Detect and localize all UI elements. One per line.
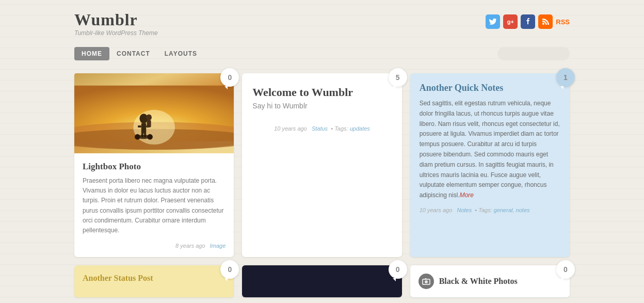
svg-rect-15	[147, 120, 151, 127]
nav-links: HOME CONTACT LAYOUTS	[74, 47, 204, 60]
notes-card-title: Another Quick Notes	[420, 83, 560, 93]
welcome-card-title: Welcome to Wumblr	[252, 86, 391, 99]
comment-count-3[interactable]: 1	[556, 68, 575, 87]
photo-card-inner: Lightbox Photo Praesent porta libero nec…	[74, 153, 234, 257]
photo-image	[74, 73, 234, 153]
svg-point-17	[425, 280, 428, 283]
nav-contact[interactable]: CONTACT	[109, 47, 157, 60]
photo-meta-link[interactable]: Image	[210, 243, 226, 249]
photo-card: 0	[74, 73, 234, 257]
bottom-bw-title: Black & White Photos	[439, 277, 518, 286]
svg-point-14	[146, 115, 152, 121]
welcome-card-meta: 10 years ago Status • Tags: updates	[252, 125, 391, 132]
welcome-card: 5 Welcome to Wumblr Say hi to Wumblr 10 …	[242, 73, 401, 257]
search-input[interactable]	[497, 47, 570, 60]
bw-icon	[418, 274, 434, 289]
comment-count-2[interactable]: 5	[389, 68, 407, 87]
notes-card-inner: Another Quick Notes Sed sagittis, elit e…	[410, 73, 570, 222]
navigation: HOME CONTACT LAYOUTS	[74, 47, 570, 60]
nav-home[interactable]: HOME	[74, 47, 109, 60]
notes-more-link[interactable]: More	[460, 192, 474, 199]
notes-card-body: Sed sagittis, elit egestas rutrum vehicu…	[420, 99, 560, 201]
bottom-status-card: 0 Another Status Post	[74, 265, 234, 297]
social-icons: g+ RSS	[486, 14, 570, 29]
rss-label: RSS	[556, 18, 570, 26]
comment-count-1[interactable]: 0	[220, 68, 239, 87]
svg-rect-6	[141, 123, 146, 133]
notes-card-meta: 10 years ago Notes • Tags: general, note…	[420, 207, 560, 213]
gplus-icon[interactable]: g+	[503, 14, 518, 29]
svg-point-13	[147, 134, 153, 140]
bottom-status-title: Another Status Post	[83, 274, 226, 283]
site-tagline: Tumblr-like WordPress Theme	[74, 29, 158, 37]
notes-meta-notes-link[interactable]: Notes	[457, 207, 472, 213]
welcome-meta-status-link[interactable]: Status	[312, 125, 328, 132]
welcome-meta-ago: 10 years ago	[274, 125, 307, 132]
notes-meta-ago: 10 years ago	[420, 207, 453, 213]
content-grid: 0	[74, 73, 570, 257]
photo-card-body: Praesent porta libero nec magna vulputat…	[83, 176, 226, 235]
notes-card: 1 Another Quick Notes Sed sagittis, elit…	[410, 73, 570, 257]
svg-rect-7	[138, 125, 141, 127]
site-title: Wumblr	[74, 10, 158, 29]
comment-count-b1[interactable]: 0	[220, 260, 239, 279]
welcome-card-subtitle: Say hi to Wumblr	[252, 102, 391, 110]
svg-rect-18	[425, 278, 427, 280]
facebook-icon[interactable]	[521, 14, 535, 29]
nav-layouts[interactable]: LAYOUTS	[157, 47, 204, 60]
rss-icon[interactable]	[538, 14, 553, 29]
notes-meta-tag1-link[interactable]: general	[494, 207, 513, 213]
photo-meta-ago: 8 years ago	[175, 243, 205, 249]
bottom-image-card: 0	[242, 265, 401, 297]
header: Wumblr Tumblr-like WordPress Theme g+	[74, 10, 570, 37]
logo-area: Wumblr Tumblr-like WordPress Theme	[74, 10, 158, 37]
notes-meta-tag2-link[interactable]: notes	[516, 207, 530, 213]
comment-count-b3[interactable]: 0	[556, 260, 575, 279]
twitter-icon[interactable]	[486, 14, 500, 29]
bottom-bw-card-inner: Black & White Photos	[410, 265, 570, 297]
photo-card-title: Lightbox Photo	[83, 162, 226, 172]
bottom-bw-card: 0 Black & White Photos	[410, 265, 570, 297]
comment-count-b2[interactable]: 0	[389, 260, 407, 279]
photo-card-meta: 8 years ago Image	[83, 243, 226, 249]
partial-row: 0 Another Status Post 0 0 Black & White	[74, 265, 570, 297]
bottom-status-card-inner: Another Status Post	[74, 265, 234, 295]
svg-point-0	[542, 23, 544, 25]
svg-point-12	[135, 134, 140, 140]
welcome-card-inner: Welcome to Wumblr Say hi to Wumblr 10 ye…	[242, 73, 401, 140]
welcome-meta-tag-link[interactable]: updates	[350, 125, 370, 132]
